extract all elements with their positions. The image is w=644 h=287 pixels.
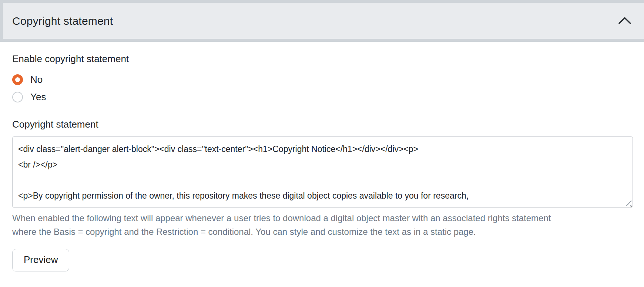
- chevron-up-icon: [618, 16, 631, 26]
- section-gap-top: [0, 0, 644, 3]
- accordion-header-row: Copyright statement: [0, 3, 644, 39]
- settings-page: Copyright statement Enable copyright sta…: [0, 0, 644, 287]
- copyright-statement-help-text: When enabled the following text will app…: [12, 211, 633, 239]
- copyright-statement-section-header[interactable]: Copyright statement: [3, 3, 644, 39]
- section-gap-left: [0, 3, 3, 39]
- radio-no-label[interactable]: No: [30, 74, 43, 85]
- copyright-statement-label: Copyright statement: [12, 119, 633, 130]
- help-text-line-1: When enabled the following text will app…: [12, 211, 633, 225]
- enable-copyright-statement-label: Enable copyright statement: [12, 53, 633, 65]
- collapse-section-button[interactable]: [616, 12, 634, 30]
- section-divider: [0, 39, 644, 42]
- section-title: Copyright statement: [12, 15, 113, 27]
- radio-yes[interactable]: [12, 92, 23, 102]
- radio-row-no[interactable]: No: [12, 74, 633, 86]
- help-text-line-2: where the Basis = copyright and the Rest…: [12, 225, 633, 239]
- preview-button[interactable]: Preview: [12, 249, 69, 271]
- section-content: Enable copyright statement No Yes Copyri…: [0, 42, 644, 271]
- copyright-statement-textarea-wrap: <div class="alert-danger alert-block"><d…: [12, 136, 633, 208]
- copyright-statement-textarea[interactable]: <div class="alert-danger alert-block"><d…: [12, 136, 633, 208]
- radio-yes-label[interactable]: Yes: [30, 91, 46, 103]
- radio-no[interactable]: [12, 74, 23, 85]
- radio-row-yes[interactable]: Yes: [12, 91, 633, 103]
